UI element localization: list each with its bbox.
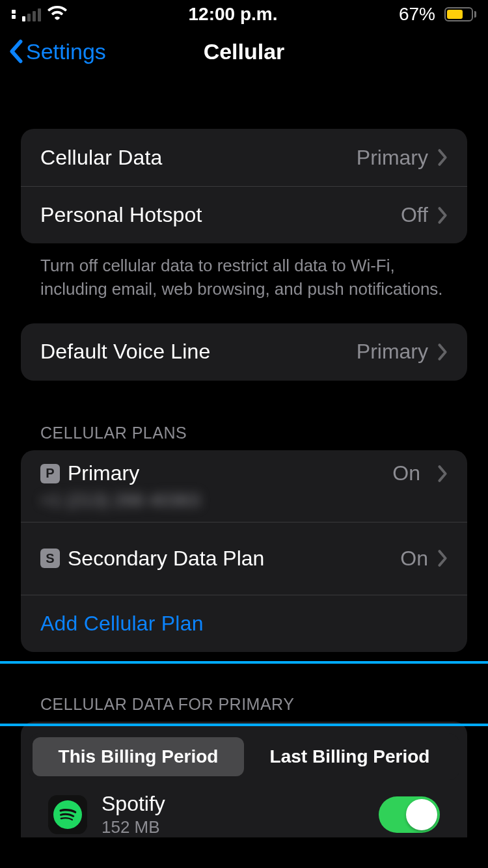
primary-plan-name: Primary	[68, 461, 385, 485]
back-label: Settings	[26, 39, 106, 64]
status-bar: 12:00 p.m. 67%	[0, 0, 488, 29]
secondary-plan-name: Secondary Data Plan	[68, 547, 400, 571]
cellular-signal-icon	[22, 7, 41, 21]
battery-percentage: 67%	[399, 4, 435, 25]
secondary-plan-value: On	[400, 547, 428, 571]
app-data-toggle[interactable]	[379, 796, 440, 833]
cellular-data-value: Primary	[357, 146, 428, 170]
battery-icon	[444, 7, 476, 21]
chevron-right-icon	[437, 465, 448, 483]
cellular-data-label: Cellular Data	[40, 146, 357, 170]
default-voice-line-label: Default Voice Line	[40, 340, 357, 364]
default-voice-line-row[interactable]: Default Voice Line Primary	[21, 323, 467, 381]
cellular-plans-header: CELLULAR PLANS	[21, 424, 467, 450]
app-usage-row-spotify: Spotify 152 MB	[29, 780, 459, 837]
primary-plan-row[interactable]: P Primary On +1 (213) 266 40363	[21, 450, 467, 522]
status-time: 12:00 p.m.	[189, 4, 278, 25]
cellular-plans-group: P Primary On +1 (213) 266 40363 S Second…	[21, 450, 467, 652]
add-cellular-plan-label: Add Cellular Plan	[40, 612, 448, 636]
status-right: 67%	[399, 4, 476, 25]
tab-this-billing-period[interactable]: This Billing Period	[33, 737, 244, 776]
secondary-plan-badge-icon: S	[40, 549, 60, 568]
default-voice-line-value: Primary	[357, 340, 428, 364]
voice-line-group: Default Voice Line Primary	[21, 323, 467, 381]
cellular-usage-header: CELLULAR DATA FOR PRIMARY	[21, 695, 467, 722]
page-title: Cellular	[204, 39, 285, 64]
chevron-left-icon	[8, 39, 23, 64]
spotify-app-icon	[48, 795, 87, 834]
cellular-data-row[interactable]: Cellular Data Primary	[21, 129, 467, 186]
back-button[interactable]: Settings	[8, 29, 106, 74]
cellular-usage-group: This Billing Period Last Billing Period …	[21, 722, 467, 837]
personal-hotspot-value: Off	[401, 203, 428, 227]
secondary-plan-row[interactable]: S Secondary Data Plan On	[21, 522, 467, 595]
chevron-right-icon	[437, 148, 448, 167]
primary-plan-value: On	[392, 461, 420, 485]
personal-hotspot-row[interactable]: Personal Hotspot Off	[21, 186, 467, 243]
status-left	[12, 4, 67, 25]
personal-hotspot-label: Personal Hotspot	[40, 203, 401, 227]
primary-plan-number: +1 (213) 266 40363	[40, 490, 448, 511]
billing-period-segmented: This Billing Period Last Billing Period	[29, 733, 459, 780]
content-scroll[interactable]: Cellular Data Primary Personal Hotspot O…	[0, 129, 488, 837]
cellular-options-group: Cellular Data Primary Personal Hotspot O…	[21, 129, 467, 243]
add-cellular-plan-row[interactable]: Add Cellular Plan	[21, 595, 467, 652]
tab-last-billing-period[interactable]: Last Billing Period	[244, 737, 455, 776]
app-name: Spotify	[102, 792, 364, 816]
dual-sim-indicator-icon	[12, 10, 16, 19]
wifi-icon	[47, 4, 67, 25]
nav-bar: Settings Cellular	[0, 29, 488, 74]
chevron-right-icon	[437, 206, 448, 224]
chevron-right-icon	[437, 343, 448, 361]
app-data-size: 152 MB	[102, 817, 364, 837]
primary-plan-badge-icon: P	[40, 464, 60, 483]
chevron-right-icon	[437, 549, 448, 567]
cellular-data-footer: Turn off cellular data to restrict all d…	[21, 243, 467, 301]
